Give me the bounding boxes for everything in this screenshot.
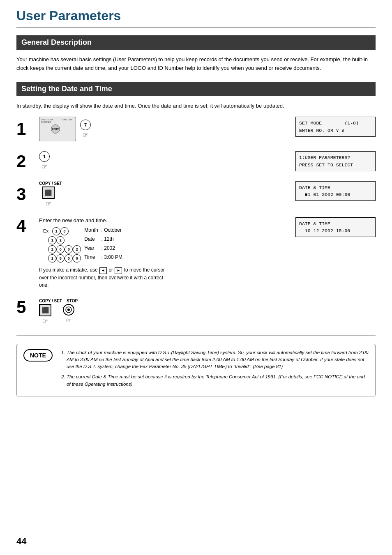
example-row-month: Ex: 10 Month : October [43,227,126,236]
step-1-graphic: DIRECTORYSCANNER START FUNCTION 7 ☞ [39,117,121,141]
copy-set-label-5: COPY / SET STOP [39,299,78,303]
start-button-illus: START [51,124,60,134]
step-2-lcd: 1:USER PARAMETERS? PRESS SET TO SELECT [295,151,376,171]
key-7: 7 [80,120,91,130]
step-4-content: Enter the new date and time. Ex: 10 Mont… [39,217,376,289]
step-3-row: 3 COPY / SET ⬛ ☞ DATE & TIME ■1-01-2002 … [16,181,376,207]
step-4-mistake-text: If you make a mistake, use ◄ or ► to mov… [39,266,287,289]
step-5-row: 5 COPY / SET STOP ⬛ ☞ [16,299,376,325]
note-item-1: The clock of your machine is equipped wi… [67,349,369,371]
step-4-row: 4 Enter the new date and time. Ex: 10 Mo… [16,217,376,289]
step-1-content: DIRECTORYSCANNER START FUNCTION 7 ☞ SET … [39,117,376,141]
step-3-content: COPY / SET ⬛ ☞ DATE & TIME ■1-01-2002 00… [39,181,376,207]
step-4-lcd: DATE & TIME 10-12-2002 15:00 [295,217,376,237]
step-4-examples: Ex: 10 Month : October 12 [43,227,287,263]
step-1-row: 1 DIRECTORYSCANNER START FUNCTION 7 ☞ [16,117,376,141]
general-description: Your machine has several basic settings … [16,55,376,73]
key-1-group: 1 ☞ [39,151,50,170]
step-2-content: 1 ☞ 1:USER PARAMETERS? PRESS SET TO SELE… [39,151,376,171]
page-title: User Parameters [16,8,376,28]
step-3-graphic: COPY / SET ⬛ ☞ [39,181,121,207]
step-1-lcd: SET MODE (1-8) ENTER NO. OR ∨ ∧ [295,117,376,137]
step-4-description: Enter the new date and time. [39,217,287,223]
step-2-row: 2 1 ☞ 1:USER PARAMETERS? PRESS SET TO SE… [16,151,376,171]
copy-set-button-5-group: ⬛ ☞ [39,304,51,325]
step-2-graphic: 1 ☞ [39,151,121,170]
page-number: 44 [16,536,26,547]
example-row-date: 12 Date : 12th [43,236,126,245]
example-row-time: 1500 Time : 3:00 PM [43,254,126,263]
section-header-date-time: Setting the Date and Time [16,82,376,96]
stop-button-group: ☞ [63,304,74,324]
note-label: NOTE [23,349,53,362]
svg-point-1 [67,309,70,311]
copy-set-button-3[interactable]: ⬛ [42,187,55,199]
machine-illustration: DIRECTORYSCANNER START FUNCTION [39,117,76,141]
example-row-year: 2002 Year : 2002 [43,245,126,254]
divider [16,335,376,336]
note-content: The clock of your machine is equipped wi… [59,349,369,391]
step-3-number: 3 [16,186,39,203]
section-header-general: General Description [16,35,376,50]
step-5-graphic: COPY / SET STOP ⬛ ☞ [39,299,121,325]
steps-intro: In standby, the display will show the da… [16,102,376,111]
key-7-group: 7 ☞ [80,120,91,139]
copy-set-button-3-group: ⬛ ☞ [39,187,58,207]
left-arrow-btn: ◄ [99,267,107,274]
right-arrow-btn: ► [115,267,122,274]
steps-section: In standby, the display will show the da… [16,102,376,325]
step-1-number: 1 [16,120,39,138]
step-5-number: 5 [16,299,39,316]
note-item-2: The current Date & Time must be set beca… [67,373,369,388]
copy-set-label-3: COPY / SET [39,181,62,186]
key-1: 1 [39,151,50,162]
copy-set-button-5[interactable]: ⬛ [39,304,51,316]
step-5-content: COPY / SET STOP ⬛ ☞ [39,299,376,325]
step-3-lcd: DATE & TIME ■1-01-2002 00:00 [295,181,376,201]
step-4-number: 4 [16,217,39,235]
note-section: NOTE The clock of your machine is equipp… [16,344,376,396]
step-2-number: 2 [16,153,39,170]
stop-button[interactable] [63,304,74,315]
